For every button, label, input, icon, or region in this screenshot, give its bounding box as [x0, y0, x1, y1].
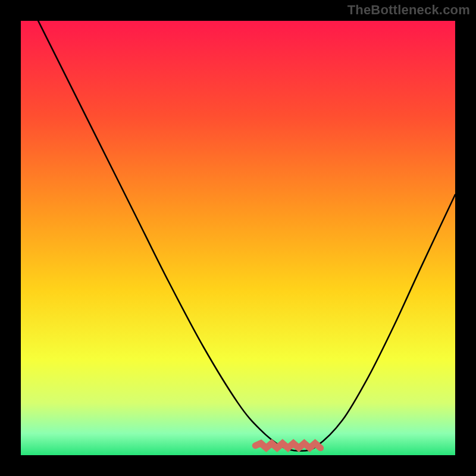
plot-area: [21, 21, 455, 455]
optimal-zone-marker: [255, 443, 321, 448]
chart-frame: TheBottleneck.com: [0, 0, 476, 476]
bottleneck-curve: [21, 0, 455, 451]
curve-layer: [21, 21, 455, 455]
watermark-text: TheBottleneck.com: [347, 2, 470, 18]
